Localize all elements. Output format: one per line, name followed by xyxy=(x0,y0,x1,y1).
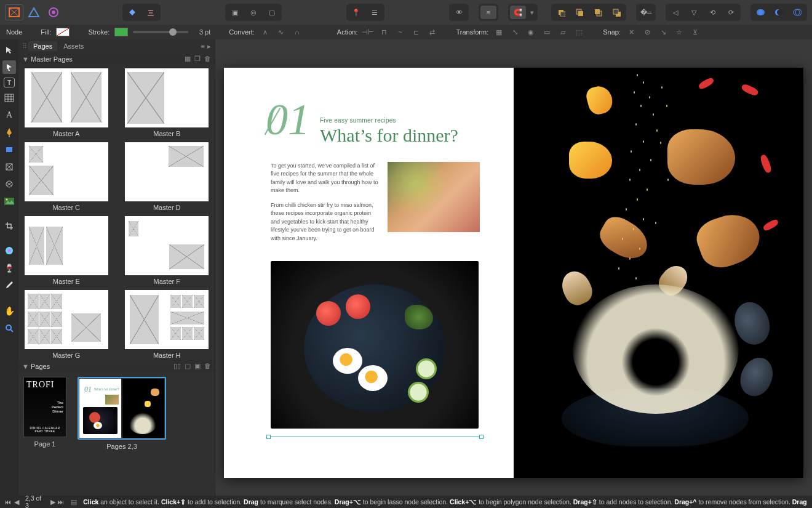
disclosure-icon[interactable]: ▼ xyxy=(22,55,28,63)
page-thumb-1[interactable]: TROFI ThePerfectDinner DINING CALENDAR P… xyxy=(23,377,66,450)
action-smooth-icon[interactable]: ~ xyxy=(394,27,405,37)
toggle-text-icon[interactable]: ◎ xyxy=(245,6,261,19)
master-item-g[interactable]: Master G xyxy=(22,290,111,359)
boolean-add-icon[interactable] xyxy=(752,6,768,19)
action-break-icon[interactable]: ⊣⊢ xyxy=(362,27,373,37)
image-noodles[interactable] xyxy=(538,268,778,466)
page-right[interactable]: /*seeds drawn statically below*/ xyxy=(514,68,803,478)
arrange-back-icon[interactable] xyxy=(553,6,569,19)
hint-menu-icon[interactable]: ▤ xyxy=(71,498,77,506)
convert-smooth-icon[interactable]: ∿ xyxy=(276,27,287,37)
transparency-tool-icon[interactable]: 🍷 xyxy=(2,261,16,275)
disclosure-icon[interactable]: ▼ xyxy=(22,363,28,370)
spread-canvas[interactable]: 01 Five easy summer recipes What’s for d… xyxy=(224,68,803,478)
arrange-backward-icon[interactable] xyxy=(571,6,587,19)
align-horizontal-icon[interactable]: �═ xyxy=(638,6,654,19)
fill-swatch[interactable] xyxy=(56,28,70,36)
baseline-icon[interactable] xyxy=(143,6,159,19)
master-item-b[interactable]: Master B xyxy=(123,68,212,137)
snapping-icon[interactable]: 🧲 xyxy=(510,6,526,19)
master-item-e[interactable]: Master E xyxy=(22,216,111,285)
fill-tool-icon[interactable] xyxy=(2,244,16,257)
selection-handle-right[interactable] xyxy=(479,435,484,439)
toggle-snap-icon[interactable]: 📍 xyxy=(348,6,364,19)
selection-indicator[interactable] xyxy=(268,437,482,437)
persona-publisher[interactable] xyxy=(5,4,23,20)
master-add-icon[interactable]: ▦ xyxy=(185,55,191,63)
flip-v-icon[interactable]: ▽ xyxy=(686,6,702,19)
arrange-front-icon[interactable] xyxy=(608,6,624,19)
snap-geometry-icon[interactable]: ⊘ xyxy=(642,27,653,37)
image-tuna[interactable] xyxy=(388,162,480,232)
panel-close-icon[interactable]: ▸ xyxy=(207,42,211,50)
convert-smart-icon[interactable]: ∩ xyxy=(292,27,303,37)
pages-header[interactable]: ▼ Pages ▯▯ ▢ ▣ 🗑 xyxy=(18,360,215,372)
selection-handle-left[interactable] xyxy=(266,435,271,439)
boolean-intersect-icon[interactable] xyxy=(789,6,805,19)
master-item-a[interactable]: Master A xyxy=(22,68,111,137)
master-item-c[interactable]: Master C xyxy=(22,142,111,211)
transform-rotate-icon[interactable]: ▭ xyxy=(541,27,552,37)
assets-tab[interactable]: Assets xyxy=(58,41,89,51)
pages-delete-icon[interactable]: 🗑 xyxy=(204,362,211,370)
rectangle-tool-icon[interactable] xyxy=(2,143,16,156)
action-reverse-icon[interactable]: ⇄ xyxy=(426,27,437,37)
flip-h-icon[interactable]: ◁ xyxy=(667,6,683,19)
table-tool-icon[interactable] xyxy=(2,91,16,105)
toggle-text-flow-icon[interactable]: ▣ xyxy=(227,6,243,19)
move-tool-icon[interactable] xyxy=(2,43,16,57)
canvas[interactable]: 01 Five easy summer recipes What’s for d… xyxy=(215,39,812,496)
clip-canvas-icon[interactable]: ≡ xyxy=(480,6,496,19)
panel-grip-icon[interactable]: ⠿ xyxy=(22,42,27,50)
transform-move-icon[interactable]: ▦ xyxy=(493,27,504,37)
page-left[interactable]: 01 Five easy summer recipes What’s for d… xyxy=(224,68,514,478)
snap-off-icon[interactable]: ⊻ xyxy=(690,27,701,37)
master-item-d[interactable]: Master D xyxy=(123,142,212,211)
action-close-icon[interactable]: ⊓ xyxy=(378,27,389,37)
boolean-subtract-icon[interactable] xyxy=(771,6,787,19)
master-duplicate-icon[interactable]: ❐ xyxy=(194,55,201,63)
persona-photo[interactable] xyxy=(44,4,63,20)
last-page-icon[interactable]: ⏭ xyxy=(58,498,65,506)
color-picker-tool-icon[interactable] xyxy=(2,278,16,292)
transform-shear-icon[interactable]: ▱ xyxy=(557,27,568,37)
masters-header[interactable]: ▼ Master Pages ▦ ❐ 🗑 xyxy=(18,53,215,65)
master-item-f[interactable]: Master F xyxy=(123,216,212,285)
stroke-swatch[interactable] xyxy=(114,28,128,36)
transform-cycle-icon[interactable]: ⬚ xyxy=(573,27,584,37)
zoom-tool-icon[interactable] xyxy=(2,321,16,335)
master-delete-icon[interactable]: 🗑 xyxy=(204,55,211,63)
convert-sharp-icon[interactable]: ∧ xyxy=(260,27,271,37)
transform-size-icon[interactable]: ⤡ xyxy=(509,27,520,37)
pages-facing-icon[interactable]: ▯▯ xyxy=(173,362,181,370)
snap-node-icon[interactable]: ✕ xyxy=(626,27,637,37)
arrange-forward-icon[interactable] xyxy=(590,6,606,19)
picture-frame-tool-icon[interactable] xyxy=(2,160,16,174)
pages-add-icon[interactable]: ▢ xyxy=(185,362,191,370)
transform-show-icon[interactable]: ◉ xyxy=(525,27,536,37)
preview-mode-icon[interactable]: 👁 xyxy=(451,6,467,19)
place-image-tool-icon[interactable] xyxy=(2,195,16,208)
toggle-spread-icon[interactable]: ▢ xyxy=(264,6,280,19)
image-bowl[interactable] xyxy=(271,261,479,429)
page-thumb-2-3[interactable]: 01 What's for dinner? xyxy=(78,377,166,450)
panel-menu-icon[interactable]: ≡ xyxy=(201,42,205,50)
snapping-options-dropdown[interactable]: ▾ xyxy=(528,6,536,19)
rotate-cw-icon[interactable]: ⟳ xyxy=(723,6,739,19)
ellipse-shape-icon[interactable] xyxy=(2,177,16,191)
snap-handle-icon[interactable]: ↘ xyxy=(658,27,669,37)
rotate-ccw-icon[interactable]: ⟲ xyxy=(704,6,720,19)
toggle-baseline-icon[interactable]: ☰ xyxy=(367,6,383,19)
pages-tab[interactable]: Pages xyxy=(28,41,57,51)
pen-tool-icon[interactable] xyxy=(2,126,16,139)
snap-all-icon[interactable]: ☆ xyxy=(674,27,685,37)
action-join-icon[interactable]: ⊏ xyxy=(410,27,421,37)
next-page-icon[interactable]: ▶ xyxy=(50,498,55,506)
persona-designer[interactable] xyxy=(25,4,43,20)
stroke-width-slider[interactable] xyxy=(133,31,188,33)
crop-tool-icon[interactable] xyxy=(2,219,16,233)
prev-page-icon[interactable]: ◀ xyxy=(14,498,19,506)
preflight-icon[interactable] xyxy=(124,6,140,19)
view-hand-tool-icon[interactable]: ✋ xyxy=(2,304,16,318)
stroke-width-value[interactable]: 3 pt xyxy=(193,28,210,36)
